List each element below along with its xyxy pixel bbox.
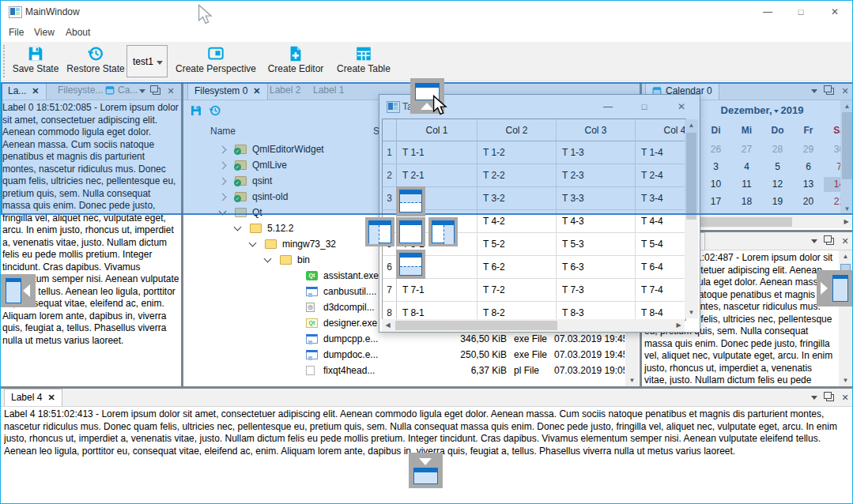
dock-indicator-area-center[interactable] (396, 217, 425, 246)
tree-item-name: bin (297, 254, 310, 265)
tree-item[interactable]: dumpdoc.e...250,50 KiBexe File07.03.2019… (184, 347, 625, 363)
collapse-icon[interactable] (234, 224, 242, 231)
scroll-right-icon[interactable]: ▶ (840, 216, 852, 228)
arrow-right-icon (821, 282, 828, 295)
file-modified: 07.03.2019 19:45 (554, 333, 625, 344)
table-cell[interactable]: T 8-2 (477, 302, 557, 321)
table-cell[interactable]: T 8-4 (636, 302, 686, 321)
save-icon (27, 45, 44, 62)
app-icon (306, 334, 318, 344)
create-perspective-button[interactable]: Create Perspective (172, 43, 259, 78)
table-row[interactable]: 7T 7-1T 7-2T 7-3T 7-4 (383, 279, 686, 302)
maximize-button[interactable]: □ (787, 1, 814, 23)
dock-indicator-bottom-edge[interactable] (409, 453, 443, 488)
restore-state-button[interactable]: Restore State (66, 43, 126, 78)
scroll-down-icon[interactable]: ▼ (840, 374, 851, 386)
tree-item[interactable]: fixqt4head...6,37 KiBpl File07.03.2019 1… (184, 363, 625, 378)
float-icon (826, 394, 834, 401)
file-size: 6,37 KiB (396, 365, 507, 376)
folder-icon (280, 255, 292, 265)
dock-indicator-area-top[interactable] (396, 186, 425, 216)
arrow-left-icon (23, 284, 30, 297)
minimize-button[interactable]: — (754, 1, 781, 23)
panel-float-button[interactable] (825, 235, 836, 246)
file-modified: 07.03.2019 19:05 (554, 365, 625, 376)
save-state-button[interactable]: Save State (10, 43, 61, 78)
table-cell[interactable]: T 7-2 (477, 279, 557, 302)
table-cell[interactable]: T 6-4 (636, 256, 686, 279)
menu-view[interactable]: View (28, 23, 61, 42)
perspective-icon (207, 45, 225, 62)
table-row[interactable]: 6T 6-1T 6-2T 6-3T 6-4 (383, 256, 686, 279)
table-cell[interactable]: T 7-4 (636, 279, 686, 302)
scroll-left-icon[interactable]: ◀ (382, 319, 394, 331)
table-cell[interactable]: T 5-4 (636, 233, 686, 256)
table-cell[interactable]: T 8-3 (557, 302, 636, 321)
tab-close-icon[interactable]: ✕ (47, 393, 55, 402)
scroll-right-icon[interactable]: ▶ (673, 319, 685, 331)
label4-tabbar: Label 4✕ ✕ (1, 389, 853, 407)
panel-menu-button[interactable] (809, 392, 820, 403)
dock-indicator-area-right[interactable] (428, 217, 458, 246)
panel-menu-button[interactable] (809, 235, 820, 246)
scroll-down-icon[interactable]: ▼ (626, 374, 638, 386)
tree-item-name: d3dcompil... (323, 302, 375, 313)
scroll-down-icon[interactable]: ▼ (685, 307, 697, 318)
panel-close-button[interactable]: ✕ (840, 235, 851, 246)
table-row-number[interactable]: 8 (383, 302, 397, 321)
dock-indicator-area-bottom[interactable] (396, 250, 425, 279)
perspective-combobox[interactable]: test1 (126, 45, 168, 77)
create-editor-button[interactable]: Create Editor (264, 43, 327, 78)
mouse-cursor (432, 95, 448, 117)
title-bar[interactable]: MainWindow — □ ✕ (1, 1, 852, 23)
table-row-number[interactable]: 6 (383, 256, 397, 279)
grid-table-icon (355, 45, 372, 62)
table-cell[interactable]: T 6-3 (557, 256, 636, 279)
table-cell[interactable]: T 8-1 (397, 302, 477, 321)
main-window: MainWindow — □ ✕ File View About Save St… (0, 0, 853, 504)
dock-indicator-left-edge[interactable] (0, 274, 36, 307)
menu-file[interactable]: File (2, 23, 30, 42)
collapse-icon[interactable] (264, 255, 272, 263)
table-row-number[interactable]: 7 (383, 279, 397, 302)
create-table-button[interactable]: Create Table (333, 43, 394, 78)
tree-item-name: dumpcpp.e... (323, 333, 378, 344)
arrow-down-icon (419, 458, 432, 465)
tree-item-name: assistant.exe (323, 270, 379, 281)
panel-close-button[interactable]: ✕ (840, 392, 851, 403)
scroll-up-icon[interactable]: ▲ (840, 250, 851, 262)
table-row[interactable]: 8T 8-1T 8-2T 8-3T 8-4 (383, 302, 686, 321)
chevron-down-icon (811, 239, 817, 243)
restore-history-icon (87, 45, 104, 62)
tree-item-name: 5.12.2 (267, 223, 293, 234)
perspective-combobox-value: test1 (133, 56, 153, 67)
label4-text: Label 4 18:51:02:413 - Lorem ipsum dolor… (4, 408, 851, 459)
table-hscrollbar[interactable]: ◀ ▶ (382, 319, 685, 332)
table-cell[interactable]: T 5-2 (477, 233, 557, 256)
app-icon (306, 350, 318, 359)
table-cell[interactable]: T 7-1 (397, 279, 477, 302)
file-type: pl File (514, 365, 539, 376)
panel-float-button[interactable] (825, 392, 836, 403)
toolbar-handle[interactable] (3, 45, 7, 77)
tree-item[interactable]: dumpcpp.e...346,50 KiBexe File07.03.2019… (184, 331, 625, 347)
chevron-down-icon (157, 61, 163, 65)
tab-label4[interactable]: Label 4✕ (4, 389, 62, 406)
folder-icon (250, 224, 262, 233)
close-button[interactable]: ✕ (821, 1, 848, 23)
dock-indicator-right-edge[interactable] (817, 270, 853, 307)
tree-item-name: mingw73_32 (282, 239, 336, 250)
table-cell[interactable]: T 5-3 (557, 233, 636, 256)
chevron-down-icon (811, 396, 817, 400)
tree-item-name: canbusutil.... (323, 286, 376, 297)
tree-item-name: fixqt4head... (323, 365, 375, 376)
collapse-icon[interactable] (249, 239, 257, 247)
arrow-up-icon (421, 103, 433, 110)
table-cell[interactable]: T 7-3 (557, 279, 636, 302)
dock-indicator-area-left[interactable] (365, 217, 394, 246)
toolbar: Save State Restore State test1 Create Pe… (1, 42, 852, 81)
table-cell[interactable]: T 6-2 (477, 256, 557, 279)
menu-about[interactable]: About (59, 23, 96, 42)
file-type: exe File (514, 333, 547, 344)
tree-item-name: dumpdoc.e... (323, 349, 378, 360)
